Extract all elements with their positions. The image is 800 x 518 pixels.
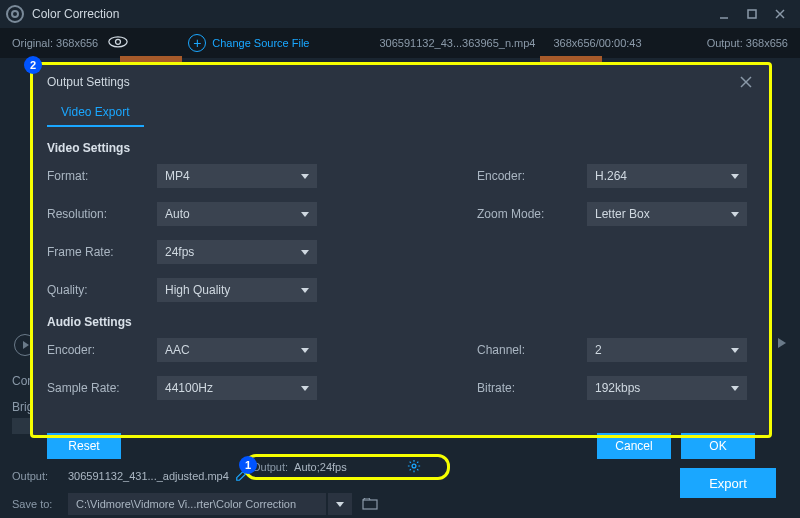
output-summary: Output: Auto;24fps	[252, 458, 423, 476]
cancel-button[interactable]: Cancel	[597, 433, 671, 459]
chevron-down-icon	[301, 386, 309, 391]
channel-select[interactable]: 2	[587, 338, 747, 362]
audio-encoder-select[interactable]: AAC	[157, 338, 317, 362]
dialog-close-button[interactable]	[737, 73, 755, 91]
chevron-down-icon	[731, 174, 739, 179]
preview-toggle-icon[interactable]	[108, 36, 128, 50]
reset-button[interactable]: Reset	[47, 433, 121, 459]
zoom-mode-label: Zoom Mode:	[477, 207, 587, 221]
format-label: Format:	[47, 169, 157, 183]
chevron-down-icon	[301, 288, 309, 293]
callout-2-badge: 2	[24, 56, 42, 74]
svg-rect-8	[363, 500, 377, 509]
plus-icon: +	[188, 34, 206, 52]
bitrate-select[interactable]: 192kbps	[587, 376, 747, 400]
app-logo-icon	[6, 5, 24, 23]
video-encoder-select[interactable]: H.264	[587, 164, 747, 188]
audio-settings-heading: Audio Settings	[47, 315, 755, 329]
output-size-label: Output:	[707, 37, 743, 49]
open-folder-button[interactable]	[358, 493, 382, 515]
video-encoder-label: Encoder:	[477, 169, 587, 183]
source-filename: 306591132_43...363965_n.mp4	[379, 37, 535, 49]
dialog-title: Output Settings	[47, 75, 130, 89]
preview-thumb-right	[540, 56, 602, 62]
maximize-button[interactable]	[738, 3, 766, 25]
next-frame-button[interactable]	[778, 338, 786, 348]
chevron-down-icon	[301, 250, 309, 255]
change-source-button[interactable]: + Change Source File	[188, 34, 309, 52]
chevron-down-icon	[731, 348, 739, 353]
svg-point-4	[109, 37, 127, 47]
svg-point-9	[412, 464, 416, 468]
resolution-label: Resolution:	[47, 207, 157, 221]
output-summary-value: Auto;24fps	[294, 461, 347, 473]
ok-button[interactable]: OK	[681, 433, 755, 459]
source-meta: 368x656/00:00:43	[553, 37, 641, 49]
minimize-button[interactable]	[710, 3, 738, 25]
frame-rate-label: Frame Rate:	[47, 245, 157, 259]
save-to-dropdown[interactable]	[328, 493, 352, 515]
chevron-down-icon	[301, 174, 309, 179]
close-button[interactable]	[766, 3, 794, 25]
svg-point-5	[116, 39, 121, 44]
titlebar: Color Correction	[0, 0, 800, 28]
chevron-down-icon	[301, 212, 309, 217]
audio-encoder-label: Encoder:	[47, 343, 157, 357]
chevron-down-icon	[731, 386, 739, 391]
format-select[interactable]: MP4	[157, 164, 317, 188]
chevron-down-icon	[336, 502, 344, 507]
sample-rate-label: Sample Rate:	[47, 381, 157, 395]
channel-label: Channel:	[477, 343, 587, 357]
original-value: 368x656	[56, 37, 98, 49]
chevron-down-icon	[301, 348, 309, 353]
original-label: Original:	[12, 37, 53, 49]
output-settings-dialog: Output Settings Video Export Video Setti…	[33, 65, 769, 435]
tab-video-export[interactable]: Video Export	[47, 99, 144, 127]
preview-thumb-left	[120, 56, 182, 62]
svg-rect-1	[748, 10, 756, 18]
zoom-mode-select[interactable]: Letter Box	[587, 202, 747, 226]
chevron-down-icon	[731, 212, 739, 217]
sample-rate-select[interactable]: 44100Hz	[157, 376, 317, 400]
output-settings-gear-button[interactable]	[407, 459, 423, 475]
quality-label: Quality:	[47, 283, 157, 297]
output-size-value: 368x656	[746, 37, 788, 49]
frame-rate-select[interactable]: 24fps	[157, 240, 317, 264]
video-settings-heading: Video Settings	[47, 141, 755, 155]
output-summary-label: Output:	[252, 461, 288, 473]
callout-1-badge: 1	[239, 456, 257, 474]
window-title: Color Correction	[32, 7, 119, 21]
bitrate-label: Bitrate:	[477, 381, 587, 395]
save-to-path[interactable]: C:\Vidmore\Vidmore Vi...rter\Color Corre…	[68, 493, 326, 515]
save-to-label: Save to:	[12, 498, 68, 510]
quality-select[interactable]: High Quality	[157, 278, 317, 302]
change-source-label: Change Source File	[212, 37, 309, 49]
resolution-select[interactable]: Auto	[157, 202, 317, 226]
infobar: Original: 368x656 + Change Source File 3…	[0, 28, 800, 58]
